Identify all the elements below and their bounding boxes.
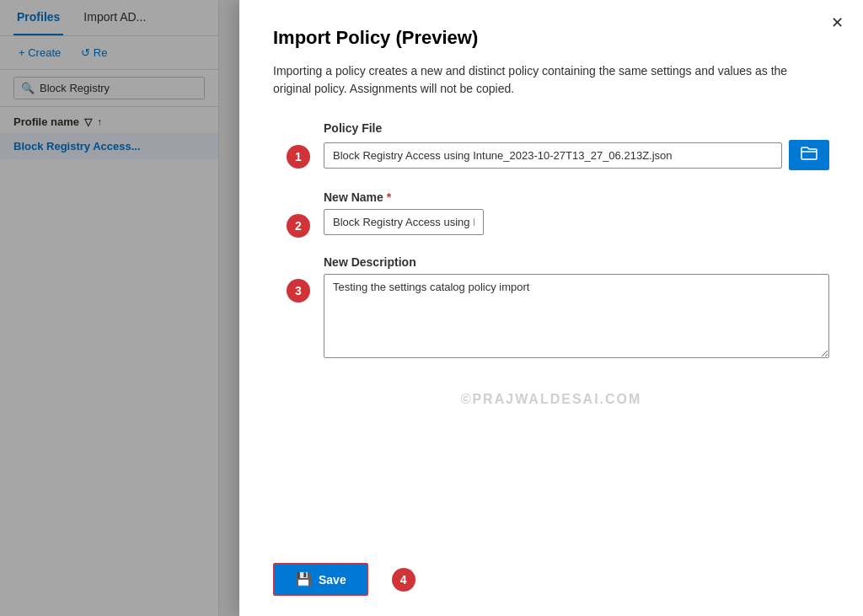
modal-description: Importing a policy creates a new and dis… <box>273 62 812 98</box>
modal-body: Import Policy (Preview) Importing a poli… <box>239 0 863 549</box>
policy-file-group: Policy File <box>324 121 829 170</box>
new-description-field: 3 New Description Testing the settings c… <box>324 255 829 362</box>
step-4-indicator: 4 <box>392 568 415 592</box>
new-name-field: 2 New Name * <box>324 190 829 235</box>
save-button[interactable]: 💾 Save <box>273 563 368 596</box>
step-1-indicator: 1 <box>287 145 310 169</box>
policy-file-field: 1 Policy File <box>324 121 829 170</box>
file-browse-button[interactable] <box>789 140 829 170</box>
new-description-textarea[interactable]: Testing the settings catalog policy impo… <box>324 274 829 358</box>
modal-title: Import Policy (Preview) <box>273 27 829 49</box>
save-icon: 💾 <box>295 571 312 587</box>
required-marker: * <box>387 190 391 204</box>
step-2-indicator: 2 <box>287 214 310 238</box>
new-name-label: New Name * <box>324 190 829 204</box>
new-name-group: New Name * <box>324 190 829 235</box>
import-policy-modal: ✕ Import Policy (Preview) Importing a po… <box>239 0 863 616</box>
fields-container: 1 Policy File <box>273 121 829 362</box>
policy-file-row <box>324 140 829 170</box>
policy-file-input[interactable] <box>324 142 782 169</box>
step-3-indicator: 3 <box>287 279 310 303</box>
close-button[interactable]: ✕ <box>824 10 850 35</box>
new-description-label: New Description <box>324 255 829 269</box>
policy-file-label: Policy File <box>324 121 829 135</box>
new-description-group: New Description Testing the settings cat… <box>324 255 829 362</box>
new-name-input[interactable] <box>324 209 484 235</box>
modal-footer: 💾 Save 4 <box>239 549 863 616</box>
watermark: ©PRAJWALDESAI.COM <box>273 382 829 417</box>
save-label: Save <box>319 573 346 587</box>
folder-icon <box>801 146 817 164</box>
